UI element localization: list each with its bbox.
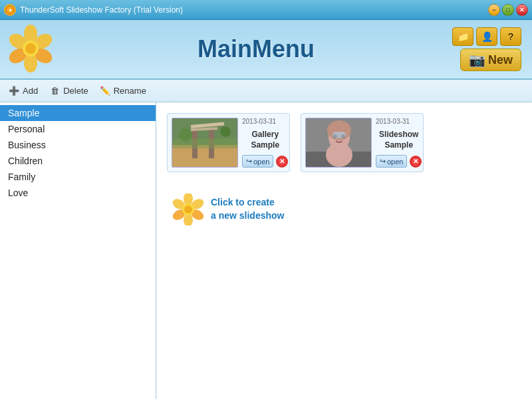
gallery-btns-sample: ↪ open ✕ [242,155,288,168]
svg-point-25 [326,143,352,167]
rename-icon: ✏️ [99,85,111,97]
add-button[interactable]: ➕ Add [8,85,38,97]
sidebar-item-sample[interactable]: Sample [0,105,156,121]
title-bar-left: ✦ ThunderSoft Slideshow Factory (Trial V… [4,4,183,16]
app-title: ThunderSoft Slideshow Factory (Trial Ver… [20,5,183,15]
open-icon: ↪ [246,157,252,166]
delete-button[interactable]: 🗑 Delete [49,85,88,97]
sidebar-item-personal[interactable]: Personal [0,121,156,137]
gallery-info-slideshow: 2013-03-31 SlideshowSample ↪ open ✕ [376,118,422,168]
add-icon: ➕ [8,85,20,97]
rename-label: Rename [114,86,146,96]
gallery-date-slideshow: 2013-03-31 [376,118,422,125]
svg-rect-11 [172,145,238,168]
help-icon-button[interactable]: ? [500,27,521,46]
header: MainMenu 📁 👤 ? 📷 New [0,20,532,80]
create-new-slideshow-button[interactable]: Click to create a new slideshow [167,188,521,231]
rename-button[interactable]: ✏️ Rename [99,85,146,97]
header-logo [7,25,60,74]
gallery-grid: 2013-03-31 GallerySample ↪ open ✕ [167,113,521,231]
open-button-gallery-sample[interactable]: ↪ open [242,155,273,168]
svg-point-17 [179,128,192,142]
header-actions: 📁 👤 ? 📷 New [452,27,521,71]
create-new-line1: Click to create [211,196,284,209]
gallery-thumb-baby [305,118,372,168]
svg-rect-26 [332,132,346,138]
create-new-line2: a new slideshow [211,209,284,223]
create-new-text: Click to create a new slideshow [211,196,284,222]
sidebar: Sample Personal Business Children Family… [0,102,156,399]
maximize-button[interactable]: □ [502,4,514,16]
sidebar-item-children[interactable]: Children [0,153,156,169]
window-controls: − □ ✕ [488,4,528,16]
new-button-icon: 📷 [469,52,485,68]
add-label: Add [23,86,38,96]
open-icon-slideshow: ↪ [380,157,386,166]
close-button[interactable]: ✕ [516,4,528,16]
svg-point-18 [220,126,231,137]
folder-icon-button[interactable]: 📁 [452,27,473,46]
title-bar: ✦ ThunderSoft Slideshow Factory (Trial V… [0,0,532,20]
new-button[interactable]: 📷 New [460,49,521,71]
svg-text:✦: ✦ [8,7,13,13]
sidebar-item-love[interactable]: Love [0,185,156,201]
header-icons: 📁 👤 ? [452,27,521,46]
delete-button-gallery-sample[interactable]: ✕ [276,156,288,168]
minimize-button[interactable]: − [488,4,500,16]
open-button-slideshow-sample[interactable]: ↪ open [376,155,407,168]
main-panel: 2013-03-31 GallerySample ↪ open ✕ [156,102,532,399]
sidebar-item-business[interactable]: Business [0,137,156,153]
app-icon: ✦ [4,4,16,16]
svg-point-34 [184,205,192,213]
gallery-thumb-street [172,118,238,168]
gallery-title-sample: GallerySample [242,130,288,150]
sidebar-item-family[interactable]: Family [0,169,156,185]
delete-button-slideshow-sample[interactable]: ✕ [410,156,422,168]
toolbar: ➕ Add 🗑 Delete ✏️ Rename [0,80,532,102]
main-wrapper: MainMenu 📁 👤 ? 📷 New ➕ Add 🗑 Delete ✏️ R… [0,20,532,399]
create-new-icon [172,194,204,225]
gallery-info-sample: 2013-03-31 GallerySample ↪ open ✕ [242,118,288,168]
new-button-label: New [488,53,513,67]
gallery-btns-slideshow: ↪ open ✕ [376,155,422,168]
gallery-card-gallery-sample: 2013-03-31 GallerySample ↪ open ✕ [167,113,290,172]
delete-icon: 🗑 [49,85,61,97]
gallery-title-slideshow: SlideshowSample [376,130,422,150]
gallery-date-sample: 2013-03-31 [242,118,288,125]
user-icon-button[interactable]: 👤 [476,27,497,46]
svg-point-9 [25,43,36,54]
gallery-card-slideshow-sample: 2013-03-31 SlideshowSample ↪ open ✕ [301,113,424,172]
main-menu-title: MainMenu [60,35,452,63]
delete-label: Delete [63,86,88,96]
content-area: Sample Personal Business Children Family… [0,102,532,399]
